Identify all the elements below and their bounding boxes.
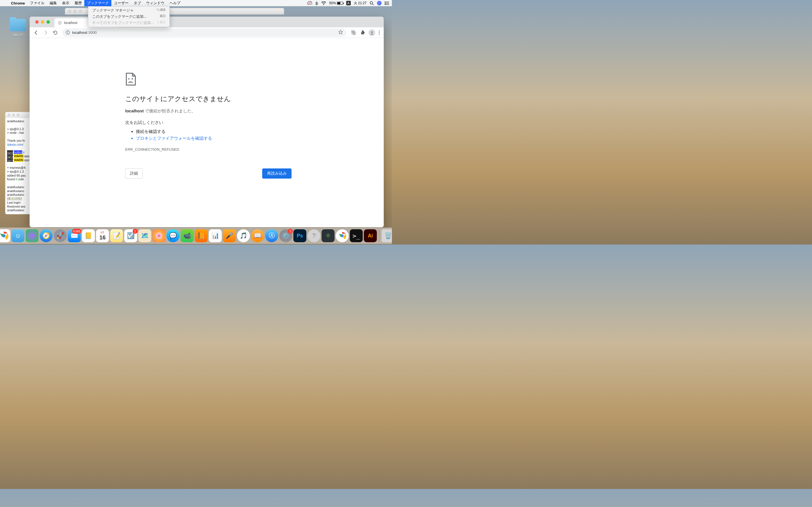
desktop-folder[interactable]: app.js3: [8, 19, 28, 36]
svg-point-17: [378, 31, 379, 31]
menu-item-bookmark-this-tab[interactable]: このタブをブックマークに追加...⌘D: [88, 13, 169, 20]
bluetooth-icon[interactable]: [315, 1, 318, 5]
dock-mail-icon[interactable]: ✉️4,585: [68, 229, 81, 242]
zoom-icon[interactable]: [47, 20, 50, 24]
site-info-icon[interactable]: [66, 31, 70, 35]
chrome-menu-icon[interactable]: [378, 31, 380, 35]
dock-notes-icon[interactable]: 📝: [110, 229, 123, 242]
chrome-window: localhost localhost:3000 🐘 このサイトにアクセスでき: [30, 17, 384, 227]
suggestion-check-connection: 接続を確認する: [136, 128, 292, 135]
input-source-icon[interactable]: A: [346, 1, 351, 5]
battery-status[interactable]: 50%: [329, 1, 343, 5]
tab-title: localhost: [64, 21, 77, 25]
browser-toolbar: localhost:3000 🐘: [30, 27, 384, 38]
menu-help[interactable]: ヘルプ: [167, 0, 183, 6]
back-button[interactable]: [32, 29, 40, 37]
extensions-icon[interactable]: [360, 30, 365, 35]
dock-atom-icon[interactable]: ⚛: [322, 229, 335, 242]
svg-rect-21: [132, 78, 133, 79]
dock-appstore-icon[interactable]: Ⓐ: [265, 229, 278, 242]
siri-icon[interactable]: [377, 1, 382, 5]
menu-bookmarks[interactable]: ブックマーク: [84, 0, 111, 6]
error-message: localhost で接続が拒否されました。: [125, 108, 292, 114]
reload-button[interactable]: [51, 29, 59, 37]
dock-itunes-icon[interactable]: 🎵: [237, 229, 250, 242]
dock-facetime-icon[interactable]: 📹: [181, 229, 194, 242]
menu-file[interactable]: ファイル: [28, 0, 47, 6]
dock-trash-icon[interactable]: 🗑️: [382, 229, 392, 242]
svg-point-8: [385, 3, 386, 3]
clock-label[interactable]: 火 21:27: [354, 1, 366, 6]
notification-center-icon[interactable]: [385, 1, 389, 5]
menu-tab[interactable]: タブ: [131, 0, 144, 6]
bookmark-star-icon[interactable]: [338, 30, 343, 35]
spotlight-icon[interactable]: [370, 1, 374, 5]
reload-page-button[interactable]: 再読み込み: [262, 168, 292, 179]
reminders-badge: 2: [133, 229, 138, 234]
dock-help-icon[interactable]: ?: [308, 229, 320, 242]
folder-icon: [10, 19, 26, 31]
battery-percent-label: 50%: [329, 1, 336, 5]
svg-point-1: [323, 4, 324, 5]
bookmarks-dropdown: ブックマーク マネージャ⌥⌘B このタブをブックマークに追加...⌘D すべての…: [88, 6, 170, 27]
cloud-sync-icon[interactable]: [307, 1, 312, 5]
app-name[interactable]: Chrome: [8, 1, 28, 5]
sad-file-icon: [125, 73, 137, 86]
suggestion-check-proxy-link[interactable]: プロキシとファイアウォールを確認する: [136, 135, 292, 142]
dock-safari-icon[interactable]: 🧭: [40, 229, 53, 242]
url-host: localhost: [72, 31, 87, 35]
dock-launchpad-icon[interactable]: 🚀: [54, 229, 67, 242]
mail-badge: 4,585: [72, 229, 81, 234]
menu-history[interactable]: 履歴: [72, 0, 84, 6]
dock-photoshop-icon[interactable]: Ps: [294, 229, 306, 242]
dock-photos-icon[interactable]: 🌸: [153, 229, 165, 242]
dock-calendar-icon[interactable]: 6月16: [96, 229, 109, 242]
dock-terminal-icon[interactable]: >_: [350, 229, 363, 242]
dock-ibooks-author-icon[interactable]: 📙: [195, 229, 208, 242]
dock-maps-icon[interactable]: 🗺️: [139, 229, 151, 242]
forward-button: [42, 29, 50, 37]
dock-ibooks-icon[interactable]: 📖: [251, 229, 264, 242]
address-bar[interactable]: localhost:3000: [62, 29, 346, 37]
wifi-icon[interactable]: [321, 1, 326, 5]
menu-user[interactable]: ユーザー: [111, 0, 131, 6]
dock-settings-icon[interactable]: ⚙️2: [280, 229, 292, 242]
svg-point-9: [385, 4, 386, 4]
svg-rect-15: [68, 33, 68, 34]
evernote-extension-icon[interactable]: 🐘: [351, 30, 357, 36]
menu-item-bookmark-all-tabs: すべてのタブをブックマークに追加...⇧⌘D: [88, 20, 169, 26]
svg-point-7: [385, 1, 386, 2]
menu-edit[interactable]: 編集: [47, 0, 59, 6]
dock-finder-icon[interactable]: ☺: [11, 229, 24, 242]
dock-messages-icon[interactable]: 💬: [167, 229, 180, 242]
dock-illustrator-icon[interactable]: Ai: [364, 229, 377, 242]
tab-strip: localhost: [30, 17, 384, 27]
window-traffic-lights[interactable]: [35, 20, 50, 24]
menu-window[interactable]: ウィンドウ: [144, 0, 167, 6]
dock-contacts-icon[interactable]: 📒: [82, 229, 95, 242]
error-heading: このサイトにアクセスできません: [125, 94, 292, 103]
menu-view[interactable]: 表示: [59, 0, 72, 6]
globe-icon: [58, 21, 62, 25]
dock-siri-icon[interactable]: [26, 229, 39, 242]
dock-separator: [379, 230, 379, 242]
error-code: ERR_CONNECTION_REFUSED: [125, 147, 292, 152]
svg-point-19: [378, 34, 379, 35]
dock-chrome2-icon[interactable]: [336, 229, 349, 242]
details-button[interactable]: 詳細: [125, 168, 143, 179]
svg-point-2: [370, 1, 373, 4]
menu-item-bookmark-manager[interactable]: ブックマーク マネージャ⌥⌘B: [88, 7, 169, 13]
dock-reminders-icon[interactable]: ☑️2: [124, 229, 137, 242]
settings-badge: 2: [288, 229, 293, 234]
svg-line-3: [372, 4, 373, 5]
profile-avatar-icon[interactable]: [368, 29, 375, 36]
dock-keynote-icon[interactable]: 🎤: [223, 229, 236, 242]
dock-numbers-icon[interactable]: 📊: [209, 229, 222, 242]
minimize-icon[interactable]: [41, 20, 44, 24]
url-path: :3000: [87, 31, 97, 35]
close-icon[interactable]: [35, 20, 39, 24]
try-label: 次をお試しください: [125, 120, 292, 125]
page-content: このサイトにアクセスできません localhost で接続が拒否されました。 次…: [30, 38, 384, 227]
dock-chrome-icon[interactable]: [0, 229, 10, 242]
macos-menubar: Chrome ファイル 編集 表示 履歴 ブックマーク ユーザー タブ ウィンド…: [0, 0, 392, 6]
